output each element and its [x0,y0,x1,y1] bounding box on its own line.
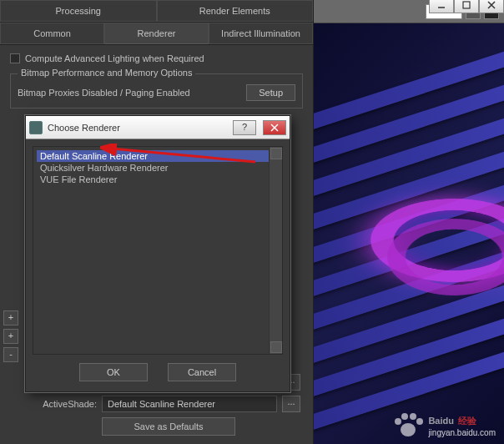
scroll-up-icon[interactable] [270,148,282,159]
list-item-quicksilver[interactable]: Quicksilver Hardware Renderer [37,162,279,174]
tabs-row-bottom: Common Renderer Indirect Illumination [0,23,313,45]
activeshade-label: ActiveShade: [25,399,97,409]
dialog-button-row: OK Cancel [33,355,283,385]
watermark-brand: Baidu 经验 [428,411,476,428]
maximize-button[interactable] [454,0,479,13]
activeshade-browse-button[interactable]: ... [282,396,300,412]
save-defaults-button[interactable]: Save as Defaults [102,417,235,436]
list-item-vue[interactable]: VUE File Renderer [37,174,279,185]
setup-button[interactable]: Setup [246,84,295,101]
minimize-button[interactable] [429,0,454,13]
tab-render-elements[interactable]: Render Elements [157,0,314,22]
scroll-down-icon[interactable] [270,341,282,353]
bitmap-group-title: Bitmap Performance and Memory Options [18,68,195,78]
side-button-2[interactable]: + [3,329,18,344]
app-icon [29,121,43,134]
activeshade-row: ActiveShade: Default Scanline Renderer .… [25,396,300,412]
rendered-image [314,23,504,444]
watermark-text: Baidu 经验 jingyan.baidu.com [428,411,496,437]
rollout-side-buttons: + + - [3,310,18,362]
bitmap-group: Bitmap Performance and Memory Options Bi… [10,73,303,108]
list-item-default-scanline[interactable]: Default Scanline Renderer [37,150,279,162]
choose-renderer-dialog: Choose Renderer ? Default Scanline Rende… [25,115,290,392]
bitmap-status-row: Bitmap Proxies Disabled / Paging Enabled… [18,84,295,101]
ok-button[interactable]: OK [79,363,148,381]
side-button-3[interactable]: - [3,347,18,362]
cancel-button[interactable]: Cancel [168,363,236,381]
tab-processing[interactable]: Processing [0,0,157,22]
bitmap-status-text: Bitmap Proxies Disabled / Paging Enabled [18,88,190,98]
close-button[interactable] [263,120,286,135]
listbox-scrollbar[interactable] [269,147,282,354]
paw-icon [393,411,423,436]
tab-indirect-illumination[interactable]: Indirect Illumination [209,23,313,44]
renderer-listbox[interactable]: Default Scanline Renderer Quicksilver Ha… [33,146,283,355]
tab-common[interactable]: Common [0,23,104,44]
window-close-button[interactable] [479,0,504,13]
viewport-area: Baidu 经验 jingyan.baidu.com [314,0,504,444]
compute-lighting-row: Compute Advanced Lighting when Required [10,50,303,67]
tabs-row-top: Processing Render Elements [0,0,313,23]
side-button-1[interactable]: + [3,310,18,325]
dialog-title: Choose Renderer [48,123,228,133]
compute-lighting-checkbox[interactable] [10,53,20,63]
activeshade-field[interactable]: Default Scanline Renderer [102,396,277,412]
dialog-titlebar[interactable]: Choose Renderer ? [26,116,290,139]
watermark-url: jingyan.baidu.com [428,428,496,437]
compute-lighting-label: Compute Advanced Lighting when Required [25,53,204,63]
dialog-body: Default Scanline Renderer Quicksilver Ha… [26,139,290,391]
help-button[interactable]: ? [233,120,256,135]
svg-text:?: ? [242,124,247,132]
watermark: Baidu 经验 jingyan.baidu.com [393,411,496,437]
window-controls [429,0,504,13]
svg-rect-3 [463,2,470,8]
tab-renderer[interactable]: Renderer [104,23,209,44]
content-area: Compute Advanced Lighting when Required … [0,45,313,114]
